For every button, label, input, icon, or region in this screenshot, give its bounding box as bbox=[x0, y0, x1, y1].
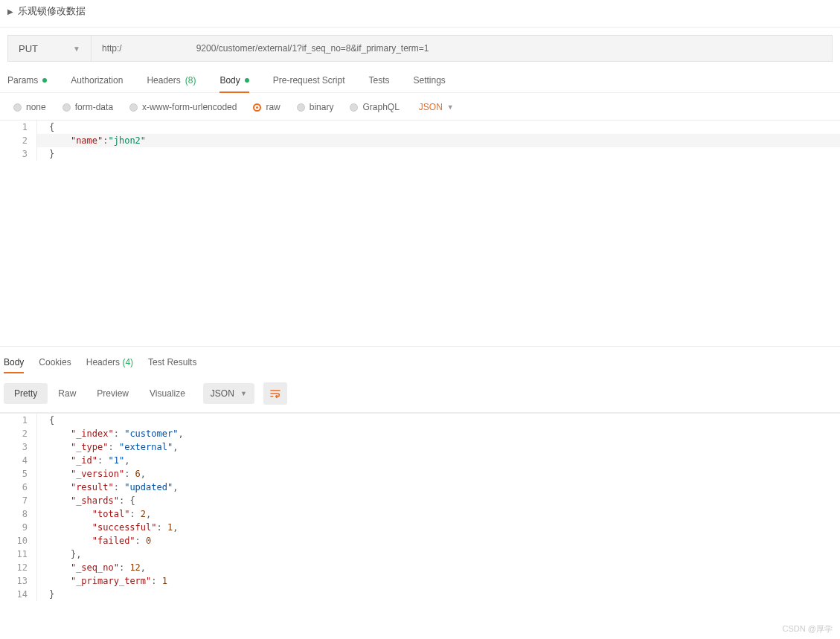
chevron-down-icon: ▼ bbox=[447, 103, 454, 111]
radio-icon bbox=[350, 103, 358, 112]
dot-indicator-icon bbox=[42, 78, 47, 83]
http-method-label: PUT bbox=[19, 43, 38, 54]
response-tabs: Body Cookies Headers (4) Test Results bbox=[0, 346, 840, 373]
view-raw-button[interactable]: Raw bbox=[48, 383, 86, 404]
request-title-bar: ▶ 乐观锁修改数据 bbox=[0, 0, 840, 28]
radio-x-www-form-urlencoded[interactable]: x-www-form-urlencoded bbox=[129, 102, 237, 112]
request-line: PUT ▼ http:/ 9200/customer/external/1?if… bbox=[7, 35, 833, 62]
response-view-row: Pretty Raw Preview Visualize JSON ▼ bbox=[0, 373, 840, 413]
tab-body[interactable]: Body bbox=[219, 75, 249, 93]
line-number: 6 bbox=[0, 481, 37, 494]
line-number: 11 bbox=[0, 548, 37, 561]
response-format-select[interactable]: JSON ▼ bbox=[203, 383, 254, 404]
line-number: 1 bbox=[0, 121, 37, 134]
view-visualize-button[interactable]: Visualize bbox=[139, 383, 196, 404]
radio-icon bbox=[253, 103, 261, 112]
line-number: 4 bbox=[0, 454, 37, 467]
radio-raw[interactable]: raw bbox=[253, 102, 280, 112]
response-tab-test-results[interactable]: Test Results bbox=[148, 357, 196, 373]
line-number: 3 bbox=[0, 147, 37, 161]
body-language-select[interactable]: JSON ▼ bbox=[419, 102, 454, 112]
line-number: 1 bbox=[0, 414, 37, 427]
response-body-viewer[interactable]: 1{ 2 "_index": "customer", 3 "_type": "e… bbox=[0, 413, 840, 601]
chevron-down-icon: ▼ bbox=[73, 45, 80, 53]
tab-authorization[interactable]: Authorization bbox=[71, 75, 123, 93]
url-suffix: 9200/customer/external/1?if_seq_no=8&if_… bbox=[196, 43, 429, 54]
chevron-down-icon: ▼ bbox=[240, 390, 247, 397]
line-number: 3 bbox=[0, 440, 37, 454]
radio-binary[interactable]: binary bbox=[297, 102, 334, 112]
line-number: 10 bbox=[0, 534, 37, 548]
watermark: CSDN @厚学 bbox=[783, 623, 833, 635]
response-tab-cookies[interactable]: Cookies bbox=[39, 357, 71, 373]
request-tabs: Params Authorization Headers (8) Body Pr… bbox=[0, 62, 840, 93]
line-number: 13 bbox=[0, 574, 37, 588]
wrap-lines-icon bbox=[269, 388, 281, 399]
request-body-editor[interactable]: 1{ 2 "name":"jhon2" 3} bbox=[0, 120, 840, 343]
tab-headers[interactable]: Headers (8) bbox=[147, 75, 196, 93]
view-preview-button[interactable]: Preview bbox=[86, 383, 139, 404]
radio-none[interactable]: none bbox=[13, 102, 46, 112]
line-number: 2 bbox=[0, 427, 37, 440]
tab-tests[interactable]: Tests bbox=[368, 75, 389, 93]
line-number: 2 bbox=[0, 134, 37, 147]
tab-settings[interactable]: Settings bbox=[414, 75, 446, 93]
line-number: 9 bbox=[0, 521, 37, 534]
view-pretty-button[interactable]: Pretty bbox=[4, 383, 48, 404]
request-name: 乐观锁修改数据 bbox=[18, 4, 86, 18]
http-method-select[interactable]: PUT ▼ bbox=[8, 36, 92, 61]
response-tab-headers[interactable]: Headers (4) bbox=[86, 357, 133, 373]
radio-icon bbox=[62, 103, 71, 112]
radio-icon bbox=[297, 103, 305, 112]
line-number: 7 bbox=[0, 494, 37, 507]
line-number: 12 bbox=[0, 561, 37, 574]
body-type-row: none form-data x-www-form-urlencoded raw… bbox=[0, 92, 840, 120]
wrap-lines-button[interactable] bbox=[263, 382, 287, 405]
radio-graphql[interactable]: GraphQL bbox=[350, 102, 399, 112]
line-number: 8 bbox=[0, 507, 37, 521]
collapse-caret-icon[interactable]: ▶ bbox=[7, 7, 13, 16]
radio-form-data[interactable]: form-data bbox=[62, 102, 113, 112]
tab-pre-request-script[interactable]: Pre-request Script bbox=[273, 75, 345, 93]
url-prefix: http:/ bbox=[102, 43, 122, 54]
radio-icon bbox=[129, 103, 138, 112]
dot-indicator-icon bbox=[245, 78, 249, 83]
tab-params[interactable]: Params bbox=[7, 75, 47, 93]
line-number: 5 bbox=[0, 467, 37, 481]
url-input[interactable]: http:/ 9200/customer/external/1?if_seq_n… bbox=[92, 36, 832, 61]
line-number: 14 bbox=[0, 588, 37, 601]
radio-icon bbox=[13, 103, 22, 112]
response-tab-body[interactable]: Body bbox=[4, 357, 24, 373]
